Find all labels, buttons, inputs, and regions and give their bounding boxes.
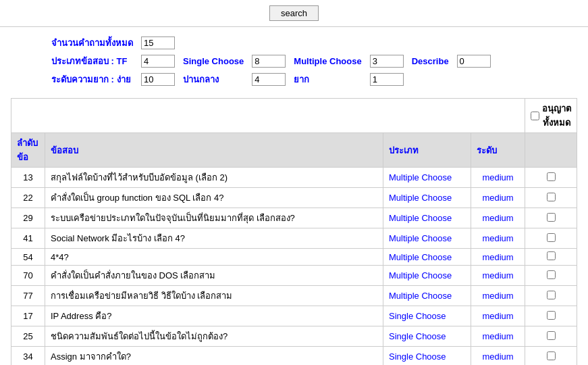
row-num: 17 — [11, 306, 45, 326]
row-checkbox[interactable] — [547, 311, 556, 320]
row-checkbox-cell — [525, 249, 577, 266]
row-num: 77 — [11, 286, 45, 306]
allow-all-label: อนุญาตทั้งหมด — [542, 101, 571, 130]
level-value-input[interactable] — [141, 73, 175, 86]
row-type: Multiple Choose — [383, 228, 471, 249]
row-checkbox-cell — [525, 286, 577, 306]
top-bar: search — [0, 0, 588, 27]
col-num-header: ลำดับข้อ — [11, 133, 45, 168]
col-check-header — [525, 133, 577, 168]
total-label: จำนวนคำถามทั้งหมด — [51, 38, 133, 48]
hard-label: ยาก — [294, 74, 309, 84]
row-checkbox[interactable] — [547, 270, 556, 279]
table-row: 70 คำสั่งใดเป็นคำสั่งภายในของ DOS เลือกส… — [11, 266, 577, 286]
row-level: medium — [471, 326, 525, 347]
row-checkbox[interactable] — [547, 331, 556, 340]
row-num: 54 — [11, 249, 45, 266]
total-input[interactable] — [141, 36, 175, 49]
row-type: Multiple Choose — [383, 208, 471, 228]
medium-label: ปานกลาง — [183, 74, 219, 84]
row-question: 4*4? — [45, 249, 383, 266]
allow-all-checkbox[interactable] — [531, 112, 539, 120]
row-checkbox-cell — [525, 306, 577, 326]
row-level: medium — [471, 306, 525, 326]
row-type: Single Choose — [383, 347, 471, 366]
row-checkbox[interactable] — [547, 213, 556, 222]
row-num: 25 — [11, 326, 45, 347]
row-num: 22 — [11, 188, 45, 208]
row-question: IP Address คือ? — [45, 306, 383, 326]
medium-input[interactable] — [252, 73, 286, 86]
row-question: การเชื่อมเครือข่ายมีหลายวิธี วิธีใดบ้าง … — [45, 286, 383, 306]
row-type: Multiple Choose — [383, 188, 471, 208]
table-row: 54 4*4? Multiple Choose medium — [11, 249, 577, 266]
hard-input[interactable] — [370, 73, 404, 86]
row-question: ชนิดความสัมพันธ์ใดต่อไปนี้ในข้อใดไม่ถูกต… — [45, 326, 383, 347]
row-level: medium — [471, 228, 525, 249]
row-level: medium — [471, 286, 525, 306]
row-checkbox[interactable] — [547, 233, 556, 242]
col-question-header: ข้อสอบ — [45, 133, 383, 168]
main-table-wrapper: อนุญาตทั้งหมด ลำดับข้อ ข้อสอบ ประเภท ระด… — [0, 95, 588, 365]
row-num: 34 — [11, 347, 45, 366]
row-question: Assign มาจากคำใด? — [45, 347, 383, 366]
summary-section: จำนวนคำถามทั้งหมด ประเภทข้อสอบ : TF Sing… — [0, 27, 588, 95]
row-num: 41 — [11, 228, 45, 249]
row-question: สกุลไฟล์ใดบ้างที่ไว้สำหรับบีบอัดข้อมูล (… — [45, 168, 383, 188]
row-type: Multiple Choose — [383, 168, 471, 188]
search-button[interactable]: search — [269, 5, 319, 21]
row-type: Multiple Choose — [383, 266, 471, 286]
questions-table: อนุญาตทั้งหมด ลำดับข้อ ข้อสอบ ประเภท ระด… — [11, 98, 577, 365]
row-type: Single Choose — [383, 326, 471, 347]
row-level: medium — [471, 208, 525, 228]
row-type: Multiple Choose — [383, 286, 471, 306]
row-checkbox[interactable] — [547, 351, 556, 360]
allow-all-row: อนุญาตทั้งหมด — [11, 99, 577, 133]
row-type: Single Choose — [383, 306, 471, 326]
level-label: ระดับความยาก : ง่าย — [51, 74, 131, 84]
row-num: 13 — [11, 168, 45, 188]
row-checkbox[interactable] — [547, 291, 556, 299]
row-type: Multiple Choose — [383, 249, 471, 266]
row-question: คำสั่งใดเป็น group function ของ SQL เลือ… — [45, 188, 383, 208]
summary-table: จำนวนคำถามทั้งหมด ประเภทข้อสอบ : TF Sing… — [47, 34, 495, 89]
table-row: 41 Social Network มีอะไรบ้าง เลือก 4? Mu… — [11, 228, 577, 249]
row-checkbox-cell — [525, 228, 577, 249]
row-checkbox-cell — [525, 326, 577, 347]
row-checkbox-cell — [525, 266, 577, 286]
single-choose-label: Single Choose — [183, 56, 244, 66]
row-level: medium — [471, 188, 525, 208]
type-value-input[interactable] — [141, 55, 175, 68]
row-level: medium — [471, 249, 525, 266]
table-row: 17 IP Address คือ? Single Choose medium — [11, 306, 577, 326]
row-checkbox-cell — [525, 347, 577, 366]
row-checkbox-cell — [525, 208, 577, 228]
row-level: medium — [471, 347, 525, 366]
row-question: ระบบเครือข่ายประเภทใดในปัจจุบันเป็นที่นิ… — [45, 208, 383, 228]
table-row: 13 สกุลไฟล์ใดบ้างที่ไว้สำหรับบีบอัดข้อมู… — [11, 168, 577, 188]
type-label: ประเภทข้อสอบ : TF — [51, 56, 127, 66]
row-num: 70 — [11, 266, 45, 286]
col-level-header: ระดับ — [471, 133, 525, 168]
table-row: 34 Assign มาจากคำใด? Single Choose mediu… — [11, 347, 577, 366]
table-row: 22 คำสั่งใดเป็น group function ของ SQL เ… — [11, 188, 577, 208]
table-row: 77 การเชื่อมเครือข่ายมีหลายวิธี วิธีใดบ้… — [11, 286, 577, 306]
describe-input[interactable] — [457, 55, 491, 68]
col-type-header: ประเภท — [383, 133, 471, 168]
row-checkbox[interactable] — [547, 251, 556, 260]
multiple-choose-input[interactable] — [370, 55, 404, 68]
row-checkbox-cell — [525, 188, 577, 208]
multiple-choose-label: Multiple Choose — [294, 56, 361, 66]
table-header-row: ลำดับข้อ ข้อสอบ ประเภท ระดับ — [11, 133, 577, 168]
table-row: 25 ชนิดความสัมพันธ์ใดต่อไปนี้ในข้อใดไม่ถ… — [11, 326, 577, 347]
single-choose-input[interactable] — [252, 55, 286, 68]
allow-all-container: อนุญาตทั้งหมด — [531, 101, 571, 130]
row-level: medium — [471, 266, 525, 286]
row-question: คำสั่งใดเป็นคำสั่งภายในของ DOS เลือกสาม — [45, 266, 383, 286]
row-checkbox[interactable] — [547, 193, 556, 201]
describe-label: Describe — [412, 56, 449, 66]
row-question: Social Network มีอะไรบ้าง เลือก 4? — [45, 228, 383, 249]
row-checkbox-cell — [525, 168, 577, 188]
row-checkbox[interactable] — [547, 172, 556, 181]
row-level: medium — [471, 168, 525, 188]
